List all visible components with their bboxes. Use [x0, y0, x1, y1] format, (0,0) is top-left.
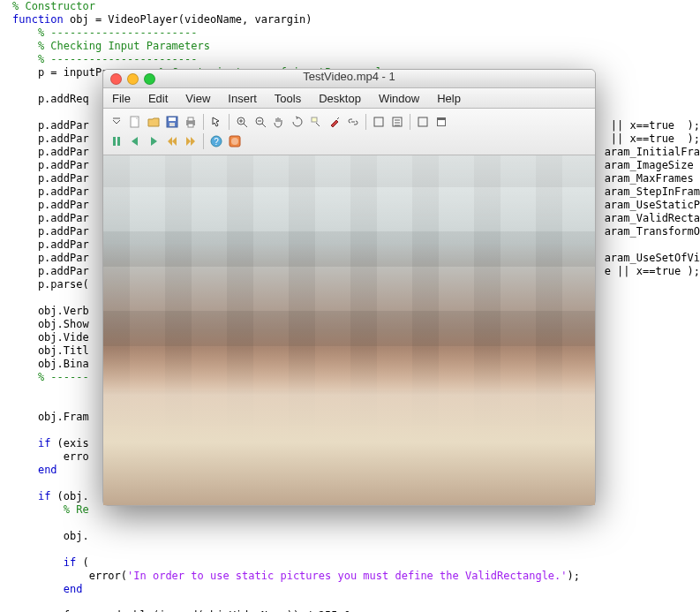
help-icon[interactable]: ? [208, 133, 224, 149]
svg-rect-13 [418, 117, 427, 126]
figure-window: TestVideo.mp4 - 1 FileEditViewInsertTool… [102, 69, 596, 506]
svg-rect-10 [374, 117, 383, 126]
traffic-lights[interactable] [110, 73, 155, 85]
svg-rect-6 [188, 124, 193, 127]
menu-file[interactable]: File [103, 92, 139, 105]
arrow-icon[interactable] [208, 114, 224, 130]
svg-rect-9 [312, 117, 317, 122]
back-icon[interactable] [127, 133, 143, 149]
video-frame[interactable] [103, 155, 595, 505]
dropdown-icon[interactable] [109, 114, 124, 130]
open-icon[interactable] [146, 114, 162, 130]
dock-icon[interactable] [433, 114, 449, 130]
menu-tools[interactable]: Tools [266, 92, 310, 105]
stop-icon[interactable] [227, 133, 243, 149]
svg-rect-17 [117, 137, 120, 146]
window-title: TestVideo.mp4 - 1 [303, 70, 395, 83]
data-cursor-icon[interactable] [308, 114, 324, 130]
toolbar-row-2: ? [109, 132, 590, 151]
menu-insert[interactable]: Insert [219, 92, 266, 105]
expand-icon[interactable] [415, 114, 431, 130]
rewind-icon[interactable] [164, 133, 180, 149]
print-icon[interactable] [183, 114, 199, 130]
svg-rect-15 [438, 120, 445, 125]
colorbar-icon[interactable] [371, 114, 387, 130]
svg-point-21 [231, 138, 238, 145]
svg-text:?: ? [214, 137, 219, 147]
svg-rect-3 [169, 123, 175, 126]
toolbar: ? [103, 109, 595, 155]
save-icon[interactable] [164, 114, 180, 130]
svg-rect-11 [380, 118, 382, 125]
svg-rect-5 [188, 117, 193, 121]
minimize-icon[interactable] [127, 73, 139, 85]
zoom-in-icon[interactable] [234, 114, 250, 130]
toolbar-row-1 [109, 112, 590, 132]
menu-desktop[interactable]: Desktop [310, 92, 370, 105]
svg-rect-16 [113, 137, 116, 146]
legend-icon[interactable] [389, 114, 405, 130]
close-icon[interactable] [110, 73, 122, 85]
new-icon[interactable] [127, 114, 143, 130]
menu-help[interactable]: Help [428, 92, 470, 105]
pause-icon[interactable] [109, 133, 124, 149]
zoom-out-icon[interactable] [252, 114, 268, 130]
link-icon[interactable] [345, 114, 361, 130]
maximize-icon[interactable] [144, 73, 155, 85]
rotate-icon[interactable] [290, 114, 305, 130]
menubar: FileEditViewInsertToolsDesktopWindowHelp [103, 88, 595, 109]
svg-rect-2 [169, 117, 176, 121]
play-icon[interactable] [146, 133, 162, 149]
menu-edit[interactable]: Edit [139, 92, 177, 105]
titlebar[interactable]: TestVideo.mp4 - 1 [103, 70, 595, 88]
brush-icon[interactable] [327, 114, 342, 130]
menu-view[interactable]: View [177, 92, 219, 105]
menu-window[interactable]: Window [370, 92, 428, 105]
forward-icon[interactable] [183, 133, 199, 149]
pan-icon[interactable] [271, 114, 287, 130]
